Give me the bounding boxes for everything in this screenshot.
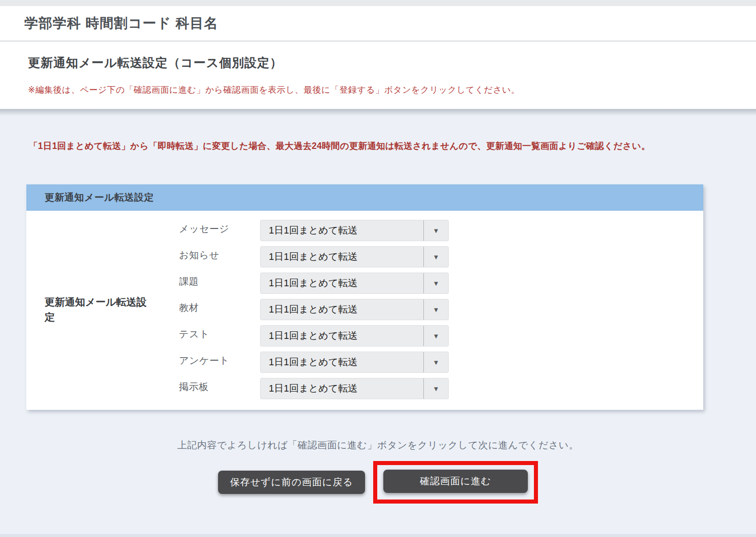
row-label: 課題 (179, 273, 260, 288)
settings-rows: メッセージ 1日1回まとめて転送 ▼ お知らせ 1日1回まとめて転送 ▼ (179, 220, 449, 399)
setting-row-test: テスト 1日1回まとめて転送 ▼ (179, 325, 449, 347)
top-strip (0, 0, 756, 6)
row-label: お知らせ (179, 246, 260, 262)
group-label-column: 更新通知メール転送設定 (45, 220, 179, 399)
forwarding-warning: 「1日1回まとめて転送」から「即時転送」に変更した場合、最大過去24時間の更新通… (29, 139, 726, 153)
group-label: 更新通知メール転送設定 (45, 294, 154, 325)
chevron-down-icon: ▼ (424, 273, 448, 293)
forwarding-select-material[interactable]: 1日1回まとめて転送 ▼ (260, 299, 449, 320)
forwarding-select-test[interactable]: 1日1回まとめて転送 ▼ (260, 325, 449, 347)
chevron-down-icon: ▼ (424, 299, 448, 320)
setting-row-survey: アンケート 1日1回まとめて転送 ▼ (179, 352, 449, 373)
setting-row-message: メッセージ 1日1回まとめて転送 ▼ (179, 220, 449, 241)
panel-header: 更新通知メール転送設定 (26, 184, 703, 211)
chevron-down-icon: ▼ (424, 378, 448, 399)
button-row: 保存せずに前の画面に戻る 確認画面に進む (0, 461, 756, 504)
selected-value: 1日1回まとめて転送 (261, 378, 423, 399)
section-header: 更新通知メール転送設定（コース個別設定） ※編集後は、ページ下の「確認画面に進む… (0, 42, 756, 109)
section-title: 更新通知メール転送設定（コース個別設定） (28, 55, 756, 71)
settings-panel: 更新通知メール転送設定 更新通知メール転送設定 メッセージ 1日1回まとめて転送… (26, 184, 703, 410)
main-content: 「1日1回まとめて転送」から「即時転送」に変更した場合、最大過去24時間の更新通… (0, 109, 756, 537)
chevron-down-icon: ▼ (424, 352, 448, 372)
setting-row-material: 教材 1日1回まとめて転送 ▼ (179, 299, 449, 320)
setting-row-announcement: お知らせ 1日1回まとめて転送 ▼ (179, 246, 449, 267)
forwarding-select-survey[interactable]: 1日1回まとめて転送 ▼ (260, 352, 449, 373)
page-title: 学部学科 時間割コード 科目名 (24, 14, 218, 32)
setting-row-board: 掲示板 1日1回まとめて転送 ▼ (179, 378, 449, 399)
forwarding-select-assignment[interactable]: 1日1回まとめて転送 ▼ (260, 273, 449, 294)
chevron-down-icon: ▼ (424, 247, 448, 267)
forwarding-select-announcement[interactable]: 1日1回まとめて転送 ▼ (260, 246, 449, 267)
page: 学部学科 時間割コード 科目名 更新通知メール転送設定（コース個別設定） ※編集… (0, 0, 756, 537)
selected-value: 1日1回まとめて転送 (261, 247, 423, 267)
bottom-edge (0, 534, 756, 537)
edit-note: ※編集後は、ページ下の「確認画面に進む」から確認画面を表示し、最後に「登録する」… (28, 84, 756, 96)
panel-body: 更新通知メール転送設定 メッセージ 1日1回まとめて転送 ▼ お知らせ (26, 211, 703, 410)
page-header: 学部学科 時間割コード 科目名 (0, 6, 756, 42)
confirm-button[interactable]: 確認画面に進む (383, 470, 528, 493)
forwarding-select-message[interactable]: 1日1回まとめて転送 ▼ (260, 220, 449, 241)
forwarding-select-board[interactable]: 1日1回まとめて転送 ▼ (260, 378, 449, 399)
chevron-down-icon: ▼ (424, 220, 448, 241)
setting-row-assignment: 課題 1日1回まとめて転送 ▼ (179, 273, 449, 294)
row-label: テスト (179, 325, 260, 341)
back-button[interactable]: 保存せずに前の画面に戻る (218, 471, 365, 494)
row-label: 掲示板 (179, 378, 260, 394)
row-label: メッセージ (179, 220, 260, 236)
highlight-annotation: 確認画面に進む (373, 461, 538, 504)
row-label: 教材 (179, 299, 260, 315)
selected-value: 1日1回まとめて転送 (261, 352, 423, 372)
confirm-instruction: 上記内容でよろしければ「確認画面に進む」ボタンをクリックして次に進んでください。 (0, 439, 756, 452)
selected-value: 1日1回まとめて転送 (261, 220, 423, 241)
selected-value: 1日1回まとめて転送 (261, 273, 423, 293)
chevron-down-icon: ▼ (424, 326, 448, 346)
selected-value: 1日1回まとめて転送 (261, 326, 423, 346)
selected-value: 1日1回まとめて転送 (261, 299, 423, 320)
row-label: アンケート (179, 352, 260, 367)
